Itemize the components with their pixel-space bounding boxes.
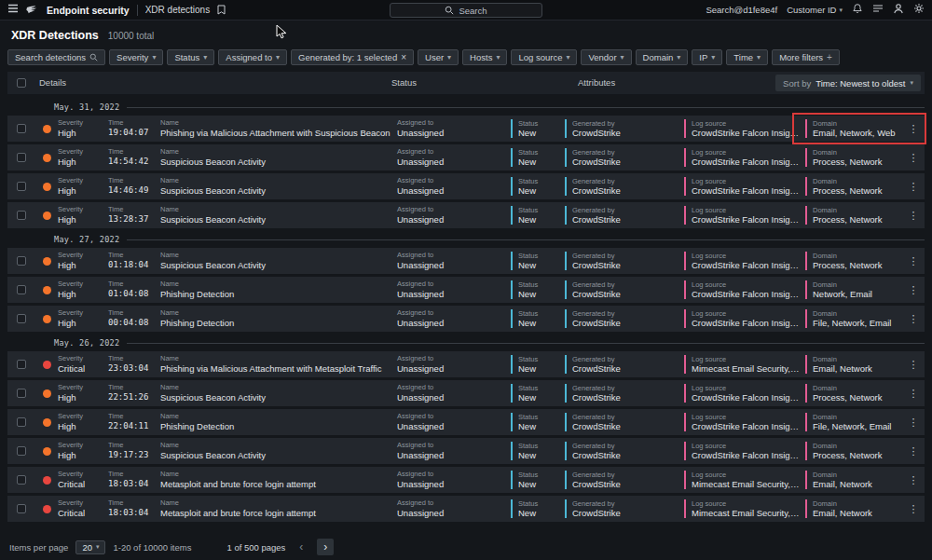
customer-id-dropdown[interactable]: Customer ID ▾ (787, 5, 843, 15)
status-label: Status (518, 442, 559, 450)
filter-chip-domain[interactable]: Domain▾ (636, 49, 689, 65)
row-checkbox[interactable] (17, 475, 26, 485)
items-per-page-dropdown[interactable]: 20 ▾ (75, 540, 105, 554)
filter-chip-hosts[interactable]: Hosts▾ (462, 49, 507, 65)
log-source-value: Mimecast Email Security, Corelight (692, 508, 800, 518)
row-menu-button[interactable]: ⋮ (902, 314, 925, 324)
previous-page-button[interactable]: ‹ (293, 539, 309, 555)
filter-chip-generated-by-1-selected[interactable]: Generated by: 1 selected× (291, 49, 414, 65)
row-menu-button[interactable]: ⋮ (902, 504, 925, 514)
row-menu-button[interactable]: ⋮ (902, 389, 925, 399)
status-label: Status (518, 413, 559, 421)
filter-chip-more-filters[interactable]: More filters+ (772, 49, 840, 65)
table-row[interactable]: Severity High Time 22:04:11 Name Phishin… (7, 409, 925, 435)
generated-by-label: Generated by (572, 413, 678, 421)
filter-chip-assigned-to[interactable]: Assigned to▾ (218, 49, 287, 65)
settings-button[interactable] (913, 3, 925, 17)
filter-chip-search-detections[interactable]: Search detections (7, 49, 105, 65)
table-row[interactable]: Severity High Time 01:04:08 Name Phishin… (7, 277, 925, 303)
name-label: Name (160, 147, 391, 156)
log-source-value: CrowdStrike Falcon Insight, Zscal... (692, 450, 800, 460)
table-row[interactable]: Severity High Time 14:54:42 Name Suspici… (7, 144, 925, 171)
select-all-checkbox[interactable] (17, 78, 26, 88)
row-checkbox[interactable] (17, 285, 26, 294)
next-page-button[interactable]: › (317, 539, 334, 555)
row-checkbox[interactable] (17, 153, 26, 162)
table-row[interactable]: Severity High Time 14:46:49 Name Suspici… (7, 173, 925, 199)
row-menu-button[interactable]: ⋮ (902, 211, 925, 221)
status-value: New (518, 392, 559, 403)
sort-dropdown[interactable]: Sort by Time: Newest to oldest ▾ (775, 75, 921, 91)
table-row[interactable]: Severity High Time 19:17:23 Name Suspici… (7, 438, 925, 464)
detection-name-value: Phishing Detection (160, 289, 391, 300)
total-count: 10000 total (108, 31, 155, 41)
log-source-value: CrowdStrike Falcon Insight, Zscal... (692, 392, 800, 403)
user-profile-button[interactable] (893, 3, 904, 17)
table-row[interactable]: Severity High Time 22:51:26 Name Suspici… (7, 380, 925, 406)
row-checkbox[interactable] (17, 446, 26, 456)
account-label[interactable]: Search@d1fe8e4f (706, 5, 777, 15)
hamburger-menu-button[interactable] (7, 3, 19, 17)
table-row[interactable]: Severity Critical Time 18:03:04 Name Met… (7, 467, 925, 493)
date-separator-line (127, 107, 925, 108)
time-label: Time (108, 308, 155, 317)
log-source-value: CrowdStrike Falcon Insight, Mim... (692, 128, 800, 138)
gear-icon (913, 3, 925, 17)
row-checkbox[interactable] (17, 389, 26, 398)
table-row[interactable]: Severity Critical Time 18:03:04 Name Met… (7, 496, 925, 522)
domain-label: Domain (813, 309, 897, 318)
row-checkbox[interactable] (17, 314, 26, 323)
row-menu-button[interactable]: ⋮ (902, 124, 925, 134)
generated-by-label: Generated by (572, 355, 678, 363)
global-search-input[interactable]: Search (390, 3, 542, 18)
row-menu-button[interactable]: ⋮ (902, 360, 925, 370)
row-menu-button[interactable]: ⋮ (902, 153, 925, 163)
filter-chip-label: Log source (518, 52, 562, 62)
person-icon (893, 3, 904, 17)
filter-chip-log-source[interactable]: Log source▾ (511, 49, 577, 65)
table-row[interactable]: Severity High Time 19:04:07 Name Phishin… (7, 116, 925, 142)
chevron-down-icon: ▾ (757, 53, 761, 61)
time-label: Time (108, 251, 155, 259)
chevron-down-icon: ▾ (839, 7, 843, 14)
generated-by-label: Generated by (572, 119, 678, 128)
filter-chip-time[interactable]: Time▾ (726, 49, 768, 65)
table-row[interactable]: Severity High Time 13:28:37 Name Suspici… (7, 202, 925, 228)
row-checkbox[interactable] (17, 211, 26, 220)
table-row[interactable]: Severity High Time 01:18:04 Name Suspici… (7, 248, 925, 274)
generated-by-label: Generated by (572, 471, 678, 479)
row-checkbox[interactable] (17, 360, 26, 369)
row-menu-button[interactable]: ⋮ (902, 182, 925, 192)
filter-chip-severity[interactable]: Severity▾ (109, 49, 163, 65)
filter-chip-status[interactable]: Status▾ (167, 49, 214, 65)
filter-chip-ip[interactable]: IP▾ (692, 49, 722, 65)
row-checkbox[interactable] (17, 124, 26, 133)
bookmark-icon[interactable] (217, 5, 226, 15)
tab-xdr-detections[interactable]: XDR detections (145, 5, 210, 15)
generated-by-value: CrowdStrike (572, 479, 678, 489)
status-label: Status (518, 119, 559, 128)
filter-chip-user[interactable]: User▾ (418, 49, 459, 65)
row-checkbox[interactable] (17, 504, 26, 513)
notifications-button[interactable] (852, 3, 863, 17)
status-value: New (518, 508, 559, 518)
row-checkbox[interactable] (17, 417, 26, 427)
row-menu-button[interactable]: ⋮ (902, 256, 925, 266)
filter-chip-vendor[interactable]: Vendor▾ (581, 49, 631, 65)
row-menu-button[interactable]: ⋮ (902, 417, 925, 428)
row-menu-button[interactable]: ⋮ (902, 475, 925, 485)
activity-feed-button[interactable] (872, 3, 884, 17)
table-row[interactable]: Severity Critical Time 23:03:04 Name Phi… (7, 351, 925, 377)
plus-icon: + (827, 52, 832, 62)
row-checkbox[interactable] (17, 256, 26, 266)
row-menu-button[interactable]: ⋮ (902, 446, 925, 457)
row-checkbox[interactable] (17, 182, 26, 191)
generated-by-value: CrowdStrike (572, 157, 678, 167)
table-row[interactable]: Severity High Time 00:04:08 Name Phishin… (7, 306, 925, 332)
assigned-to-value: Unassigned (397, 128, 505, 139)
domain-label: Domain (813, 252, 897, 260)
chevron-down-icon: ▾ (621, 53, 624, 61)
severity-value: High (58, 421, 103, 432)
row-menu-button[interactable]: ⋮ (902, 285, 925, 295)
severity-label: Severity (58, 118, 103, 127)
